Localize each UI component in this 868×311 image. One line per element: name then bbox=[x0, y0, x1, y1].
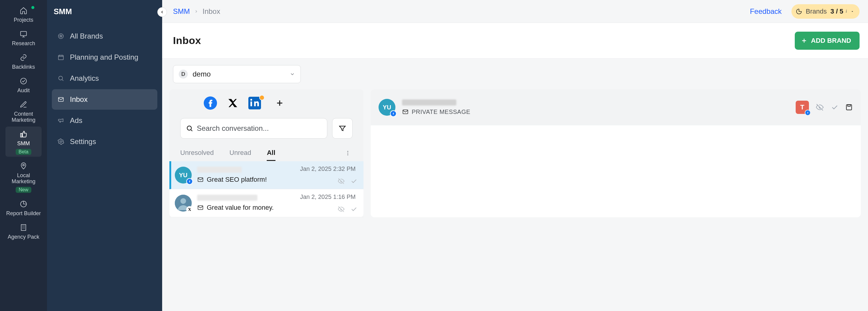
brands-count: 3 / 5 bbox=[830, 7, 843, 15]
avatar: YU bbox=[378, 99, 396, 116]
facebook-badge-icon bbox=[805, 110, 811, 116]
svg-rect-20 bbox=[403, 110, 408, 114]
sidebar-item-planning[interactable]: Planning and Posting bbox=[52, 47, 157, 67]
account-facebook[interactable] bbox=[204, 96, 217, 110]
gear-icon bbox=[57, 138, 64, 145]
brand-select[interactable]: D demo bbox=[173, 65, 301, 83]
filter-button[interactable] bbox=[332, 118, 352, 138]
rail-label: Backlinks bbox=[12, 64, 35, 70]
svg-point-18 bbox=[181, 198, 186, 204]
sidebar-item-label: Ads bbox=[70, 116, 82, 125]
svg-rect-16 bbox=[198, 178, 203, 182]
svg-rect-19 bbox=[198, 206, 203, 210]
rail-item-audit[interactable]: Audit bbox=[5, 73, 41, 95]
svg-point-1 bbox=[21, 78, 27, 84]
avatar: YU bbox=[175, 167, 192, 184]
rail-label: Agency Pack bbox=[7, 234, 39, 240]
left-rail: Projects Research Backlinks Audit Conten… bbox=[0, 0, 47, 311]
info-icon: i bbox=[846, 9, 847, 14]
rail-item-backlinks[interactable]: Backlinks bbox=[5, 50, 41, 72]
more-vertical-icon bbox=[345, 150, 351, 156]
x-badge-icon bbox=[186, 206, 193, 213]
rail-item-research[interactable]: Research bbox=[5, 27, 41, 48]
assignee-initial: T bbox=[800, 103, 804, 111]
account-x[interactable] bbox=[227, 98, 238, 108]
mail-icon bbox=[197, 204, 204, 211]
gauge-icon bbox=[796, 8, 802, 15]
svg-point-12 bbox=[187, 126, 191, 130]
rail-item-agency[interactable]: Agency Pack bbox=[5, 220, 41, 242]
svg-point-15 bbox=[347, 154, 348, 155]
svg-rect-21 bbox=[846, 104, 851, 110]
assignee-chip[interactable]: T bbox=[796, 101, 809, 114]
feedback-link[interactable]: Feedback bbox=[750, 7, 781, 16]
rail-label: Report Builder bbox=[6, 210, 41, 216]
resolve-button[interactable] bbox=[350, 178, 358, 185]
conversation-date: Jan 2, 2025 2:32 PM bbox=[300, 165, 355, 173]
resolve-detail-button[interactable] bbox=[831, 103, 838, 111]
plus-icon bbox=[801, 37, 807, 44]
rail-item-report[interactable]: Report Builder bbox=[5, 196, 41, 218]
tab-unread[interactable]: Unread bbox=[229, 145, 251, 161]
filter-icon bbox=[338, 124, 346, 132]
rail-item-content[interactable]: Content Marketing bbox=[5, 97, 41, 125]
brand-chip: D bbox=[179, 70, 188, 79]
mail-icon bbox=[197, 176, 204, 183]
conversation-name-blurred bbox=[197, 167, 242, 173]
svg-point-7 bbox=[59, 76, 63, 80]
main-area: SMM Inbox Feedback Brands 3 / 5 i Inbox bbox=[162, 0, 868, 311]
conversation-name-blurred bbox=[197, 195, 257, 201]
brands-quota-button[interactable]: Brands 3 / 5 i bbox=[792, 4, 860, 19]
mail-icon bbox=[402, 108, 409, 115]
sidebar-item-label: Settings bbox=[70, 137, 96, 146]
svg-point-2 bbox=[23, 164, 24, 166]
megaphone-icon bbox=[57, 117, 64, 124]
sidebar-item-ads[interactable]: Ads bbox=[52, 110, 157, 131]
hide-button[interactable] bbox=[338, 178, 345, 185]
conversation-panel: Unresolved Unread All YU bbox=[169, 89, 364, 217]
sidebar-item-label: Analytics bbox=[70, 74, 99, 83]
sidebar-item-label: Inbox bbox=[70, 95, 88, 104]
svg-rect-8 bbox=[59, 98, 64, 101]
breadcrumb-current: Inbox bbox=[203, 7, 220, 16]
svg-point-13 bbox=[347, 151, 348, 152]
calendar-icon bbox=[57, 54, 64, 61]
search-input-wrapper[interactable] bbox=[180, 118, 327, 138]
sidebar-item-settings[interactable]: Settings bbox=[52, 131, 157, 152]
resolve-button[interactable] bbox=[350, 206, 358, 213]
home-icon bbox=[19, 6, 28, 15]
hide-detail-button[interactable] bbox=[815, 103, 824, 112]
conversation-message: Great SEO platform! bbox=[207, 176, 267, 184]
tab-all[interactable]: All bbox=[267, 145, 275, 161]
status-dot-icon bbox=[31, 6, 34, 9]
archive-button[interactable] bbox=[845, 103, 853, 111]
conversation-message: Great value for money. bbox=[207, 204, 274, 212]
edit-icon bbox=[19, 100, 28, 109]
rail-item-local[interactable]: Local Marketing New bbox=[5, 158, 41, 195]
rail-item-projects[interactable]: Projects bbox=[5, 3, 41, 25]
sidebar-item-analytics[interactable]: Analytics bbox=[52, 68, 157, 89]
detail-header: YU PRIVATE MESSAGE bbox=[371, 89, 861, 125]
add-brand-button[interactable]: ADD BRAND bbox=[795, 32, 860, 50]
rail-item-smm[interactable]: SMM Beta bbox=[5, 127, 41, 157]
hide-button[interactable] bbox=[338, 206, 345, 213]
sidebar-item-all-brands[interactable]: All Brands bbox=[52, 26, 157, 46]
collapse-sidebar-button[interactable] bbox=[157, 7, 167, 17]
conversation-item[interactable]: YU Great SEO platform! bbox=[169, 161, 364, 189]
detail-name-blurred bbox=[402, 99, 456, 105]
context-row: D demo bbox=[162, 59, 868, 89]
message-type-label: PRIVATE MESSAGE bbox=[412, 108, 470, 116]
sidebar-item-inbox[interactable]: Inbox bbox=[52, 89, 157, 110]
rail-label: Local Marketing bbox=[5, 173, 41, 184]
tabs-more-button[interactable] bbox=[343, 150, 352, 156]
search-input[interactable] bbox=[197, 124, 321, 133]
analytics-search-icon bbox=[57, 75, 64, 82]
facebook-badge-icon bbox=[186, 178, 193, 185]
chevron-down-icon bbox=[290, 71, 295, 77]
account-linkedin[interactable] bbox=[248, 97, 261, 110]
add-account-button[interactable] bbox=[274, 97, 286, 109]
conversation-item[interactable]: Great value for money. Jan 2, 2025 1:16 … bbox=[169, 189, 364, 217]
brands-label: Brands bbox=[806, 7, 827, 15]
tab-unresolved[interactable]: Unresolved bbox=[180, 145, 214, 161]
breadcrumb-root[interactable]: SMM bbox=[173, 7, 190, 16]
